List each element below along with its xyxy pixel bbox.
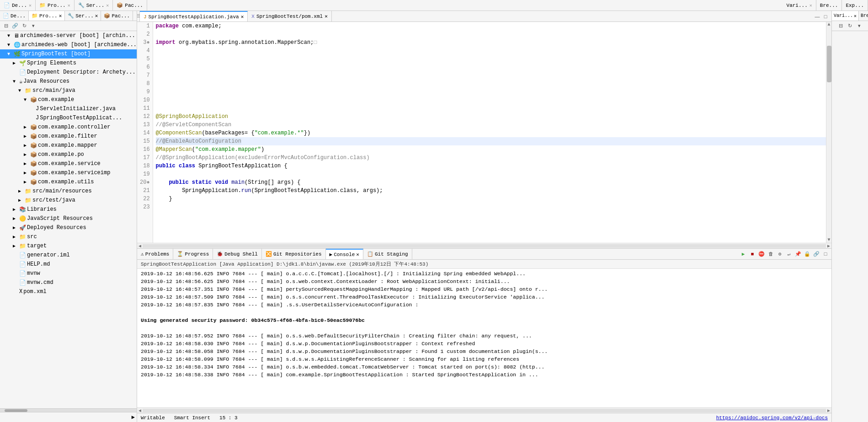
expand-right-icon[interactable]: ▶ — [132, 414, 135, 421]
console-hscroll-left[interactable]: ◀ — [137, 408, 143, 413]
tree-item[interactable]: ▼🖥archimedes-server [boot] [archin... — [0, 31, 137, 40]
left-tab-de[interactable]: 📄 De... — [0, 11, 29, 21]
console-output[interactable]: 2019-10-12 16:48:56.625 INFO 7684 --- [ … — [137, 269, 831, 407]
editor-vertical-scrollbar[interactable]: ▲ ▼ — [826, 22, 831, 243]
console-tab-git-repos[interactable]: 🔀 Git Repositories — [262, 249, 326, 259]
code-content[interactable]: package com.example; import org.mybatis.… — [153, 22, 826, 243]
tree-item[interactable]: 📄mvnw — [0, 269, 137, 278]
tree-item[interactable]: ▶📁src — [0, 232, 137, 241]
tree-item[interactable]: 📄generator.iml — [0, 251, 137, 260]
left-horizontal-scrollbar[interactable] — [0, 408, 137, 412]
hscroll-left-arrow[interactable]: ◀ — [137, 243, 143, 249]
tree-item[interactable]: ▶🚀Deployed Resources — [0, 223, 137, 232]
hscroll-track[interactable] — [143, 244, 826, 248]
minimize-editor-btn[interactable]: — — [813, 12, 821, 21]
console-tab-git-staging[interactable]: 📋 Git Staging — [363, 249, 412, 259]
console-scroll-lock-btn[interactable]: 🔒 — [803, 250, 811, 258]
console-clear-btn[interactable]: 🗑 — [767, 250, 775, 258]
tree-item[interactable]: ▼📦com.example — [0, 95, 137, 104]
sync-btn[interactable]: ↻ — [20, 22, 28, 30]
console-link-btn[interactable]: 🔗 — [812, 250, 820, 258]
editor-horizontal-scrollbar[interactable]: ◀ ▶ — [137, 243, 831, 248]
right-toolbar-btn1[interactable]: ⊟ — [837, 22, 845, 30]
left-pro-close[interactable]: ✕ — [59, 13, 62, 19]
code-scroll-area[interactable]: 123●4567891011121314151617181920●212223 … — [137, 22, 826, 243]
maximize-editor-btn[interactable]: □ — [821, 12, 830, 21]
right-toolbar-btn3[interactable]: ▾ — [855, 22, 863, 30]
tree-item[interactable]: ▶📦com.example.serviceimp — [0, 168, 137, 177]
editor-tab-xml[interactable]: X SpringBootTest/pom.xml ✕ — [248, 11, 331, 21]
console-pin-btn[interactable]: 📌 — [794, 250, 802, 258]
left-tab-ser[interactable]: 🔧 Ser... ✕ — [65, 11, 101, 21]
console-tab-progress[interactable]: ⏳ Progress — [173, 249, 213, 259]
scroll-up-arrow[interactable]: ▲ — [826, 22, 831, 27]
console-tab-debug[interactable]: 🐞 Debug Shell — [213, 249, 262, 259]
vari-r-close[interactable]: ✕ — [854, 13, 857, 19]
tab-de[interactable]: 📄 De... ✕ — [0, 0, 36, 11]
tab-exp[interactable]: Exp... — [842, 0, 868, 11]
pro-close[interactable]: ✕ — [68, 3, 70, 8]
console-tab-console[interactable]: ▶ Console ✕ — [326, 249, 363, 259]
tree-item[interactable]: ▶🌱Spring Elements — [0, 59, 137, 68]
tree-item[interactable]: Xpom.xml — [0, 287, 137, 296]
console-run-btn[interactable]: ▶ — [739, 250, 747, 258]
tree-item[interactable]: ▶🟡JavaScript Resources — [0, 214, 137, 223]
tree-item[interactable]: ▶📦com.example.service — [0, 159, 137, 168]
console-tab-problems[interactable]: ⚠ Problems — [137, 249, 173, 259]
console-stop-btn[interactable]: ■ — [748, 250, 756, 258]
scroll-down-arrow[interactable]: ▼ — [826, 237, 831, 243]
console-hscroll-right[interactable]: ▶ — [826, 408, 831, 413]
tree-item[interactable]: ▶📁target — [0, 241, 137, 251]
tree-item[interactable]: JServletInitializer.java — [0, 104, 137, 113]
console-filter-btn[interactable]: ⚙ — [776, 250, 784, 258]
tab-pac[interactable]: 📦 Pac... — [113, 0, 147, 11]
right-toolbar-btn2[interactable]: ↻ — [846, 22, 854, 30]
tree-item[interactable]: ▶📦com.example.po — [0, 150, 137, 159]
console-label: Console — [334, 252, 355, 257]
tree-item[interactable]: ▼🌐archimedes-web [boot] [archimede... — [0, 40, 137, 49]
right-tab-bre[interactable]: Bre... — [859, 11, 868, 21]
tree-item[interactable]: ▼☕Java Resources — [0, 77, 137, 86]
scroll-thumb[interactable] — [827, 46, 831, 82]
tree-item[interactable]: 📄HELP.md — [0, 260, 137, 269]
tab-bre[interactable]: Bre... — [816, 0, 842, 11]
de-close[interactable]: ✕ — [29, 3, 32, 8]
scroll-track[interactable] — [826, 27, 831, 237]
line-number: 7 — [140, 71, 150, 80]
left-tab-pro[interactable]: 📁 Pro... ✕ — [29, 11, 65, 21]
tree-item[interactable]: ▶📚Libraries — [0, 205, 137, 214]
tree-item[interactable]: ▼📁src/main/java — [0, 86, 137, 95]
tree-item[interactable]: 📄mvnw.cmd — [0, 278, 137, 287]
right-tab-vari[interactable]: Vari... ✕ — [832, 11, 859, 21]
left-tab-pac[interactable]: 📦 Pac... — [101, 11, 133, 21]
console-close[interactable]: ✕ — [356, 251, 359, 257]
tree-item[interactable]: JSpringBootTestApplicat... — [0, 113, 137, 123]
xml-tab-close[interactable]: ✕ — [325, 13, 328, 19]
console-maximize-btn[interactable]: □ — [821, 250, 830, 258]
tab-vari[interactable]: Vari... ✕ — [783, 0, 816, 11]
tree-item[interactable]: ▶📁src/main/resources — [0, 187, 137, 196]
tab-ser[interactable]: 🔧 Ser... ✕ — [75, 0, 113, 11]
code-editor[interactable]: 123●4567891011121314151617181920●212223 … — [137, 22, 831, 243]
tree-item[interactable]: ▶📦com.example.utils — [0, 177, 137, 187]
vari-close[interactable]: ✕ — [809, 3, 812, 8]
tree-item[interactable]: ▶📦com.example.controller — [0, 123, 137, 132]
java-tab-close[interactable]: ✕ — [241, 14, 244, 20]
menu-btn[interactable]: ▾ — [29, 22, 37, 30]
tree-item[interactable]: ▼🌿SpringBootTest [boot] — [0, 49, 137, 59]
tree-item[interactable]: 📄Deployment Descriptor: Archety... — [0, 68, 137, 77]
console-horizontal-scrollbar[interactable]: ◀ ▶ — [137, 407, 831, 413]
collapse-all-btn[interactable]: ⊟ — [2, 22, 10, 30]
editor-tab-java[interactable]: J SpringBootTestApplication.java ✕ — [140, 11, 248, 21]
tree-item[interactable]: ▶📁src/test/java — [0, 196, 137, 205]
console-wrap-btn[interactable]: ↵ — [785, 250, 793, 258]
hscroll-right-arrow[interactable]: ▶ — [826, 243, 831, 249]
link-editor-btn[interactable]: 🔗 — [11, 22, 19, 30]
left-ser-close[interactable]: ✕ — [95, 13, 98, 19]
tree-item[interactable]: ▶📦com.example.filter — [0, 132, 137, 141]
console-hscroll-track[interactable] — [143, 409, 826, 412]
tree-item[interactable]: ▶📦com.example.mapper — [0, 141, 137, 150]
ser-close[interactable]: ✕ — [106, 3, 109, 8]
console-disconnect-btn[interactable]: ⛔ — [757, 250, 766, 258]
tab-pro[interactable]: 📁 Pro... ✕ — [36, 0, 75, 11]
